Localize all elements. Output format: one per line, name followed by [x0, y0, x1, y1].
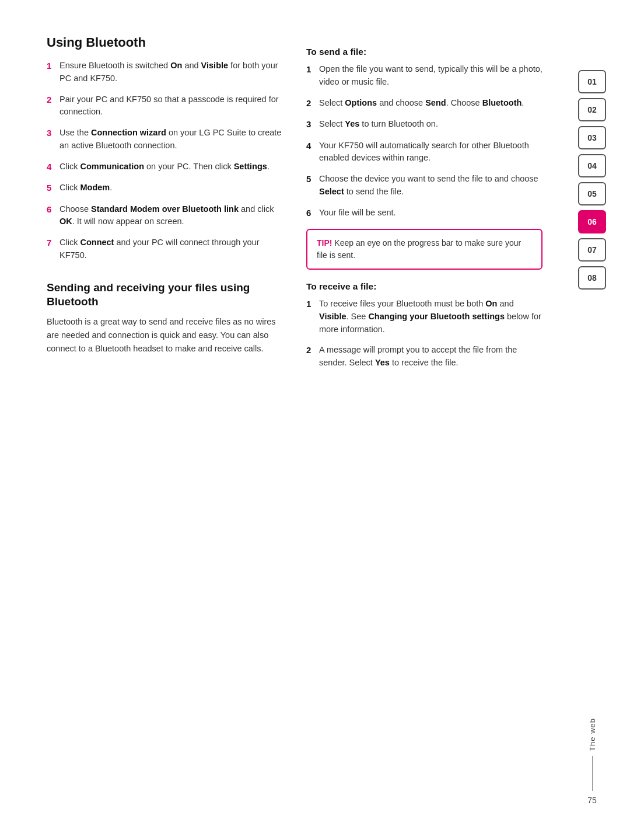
send-step-num-4: 4: [306, 140, 319, 153]
step-num-5: 5: [47, 182, 60, 195]
step-text-5: Click Modem.: [60, 182, 112, 194]
list-item: 5 Choose the device you want to send the…: [306, 173, 542, 198]
list-item: 1 Ensure Bluetooth is switched On and Vi…: [47, 60, 283, 85]
sidebar-tab-06[interactable]: 06: [578, 210, 606, 233]
list-item: 3 Select Yes to turn Bluetooth on.: [306, 118, 542, 131]
step-num-1: 1: [47, 60, 60, 73]
list-item: 4 Click Communication on your PC. Then c…: [47, 161, 283, 174]
sidebar-tab-07[interactable]: 07: [578, 238, 606, 262]
list-item: 4 Your KF750 will automatically search f…: [306, 140, 542, 165]
step-text-3: Use the Connection wizard on your LG PC …: [60, 127, 283, 152]
sidebar-line: [592, 756, 593, 791]
sidebar-tab-03-label: 03: [587, 133, 597, 142]
step-text-7: Click Connect and your PC will connect t…: [60, 236, 283, 262]
page-container: Using Bluetooth 1 Ensure Bluetooth is sw…: [0, 0, 630, 840]
list-item: 7 Click Connect and your PC will connect…: [47, 236, 283, 262]
list-item: 2 Select Options and choose Send. Choose…: [306, 97, 542, 110]
sidebar-tab-08[interactable]: 08: [578, 266, 606, 290]
receive-file-list: 1 To receive files your Bluetooth must b…: [306, 298, 542, 370]
step-num-7: 7: [47, 236, 60, 250]
list-item: 6 Your file will be sent.: [306, 207, 542, 220]
send-file-list: 1 Open the file you want to send, typica…: [306, 63, 542, 219]
sidebar-tab-03[interactable]: 03: [578, 126, 606, 149]
tip-label: TIP!: [317, 238, 332, 248]
main-content: Using Bluetooth 1 Ensure Bluetooth is sw…: [0, 0, 572, 840]
right-column: To send a file: 1 Open the file you want…: [306, 35, 542, 378]
list-item: 5 Click Modem.: [47, 182, 283, 195]
list-item: 2 A message will prompt you to accept th…: [306, 344, 542, 370]
subsection-desc-sending: Bluetooth is a great way to send and rec…: [47, 315, 283, 356]
step-num-6: 6: [47, 203, 60, 217]
send-step-num-3: 3: [306, 118, 319, 131]
step-text-6: Choose Standard Modem over Bluetooth lin…: [60, 203, 283, 229]
send-step-text-6: Your file will be sent.: [319, 207, 396, 219]
two-col-layout: Using Bluetooth 1 Ensure Bluetooth is sw…: [47, 35, 542, 378]
list-item: 1 To receive files your Bluetooth must b…: [306, 298, 542, 336]
step-text-1: Ensure Bluetooth is switched On and Visi…: [60, 60, 283, 85]
page-number: 75: [587, 796, 597, 805]
sidebar-tab-01-label: 01: [587, 77, 597, 86]
sidebar: 01 02 03 04 05 06 07 08 The web 75: [572, 0, 612, 840]
send-step-text-2: Select Options and choose Send. Choose B…: [319, 97, 524, 110]
step-text-2: Pair your PC and KF750 so that a passcod…: [60, 93, 283, 119]
sidebar-tab-05-label: 05: [587, 189, 597, 198]
sidebar-tab-02[interactable]: 02: [578, 98, 606, 121]
step-text-4: Click Communication on your PC. Then cli…: [60, 161, 270, 173]
send-step-text-1: Open the file you want to send, typicall…: [319, 63, 542, 89]
subsection-title-sending: Sending and receiving your files using B…: [47, 281, 283, 309]
sidebar-tab-08-label: 08: [587, 273, 597, 283]
send-step-text-4: Your KF750 will automatically search for…: [319, 140, 542, 165]
recv-step-num-2: 2: [306, 344, 319, 357]
section-title-bluetooth: Using Bluetooth: [47, 35, 283, 50]
send-step-num-6: 6: [306, 207, 319, 220]
recv-step-text-2: A message will prompt you to accept the …: [319, 344, 542, 370]
step-num-3: 3: [47, 127, 60, 140]
list-item: 3 Use the Connection wizard on your LG P…: [47, 127, 283, 152]
sidebar-bottom: The web 75: [572, 718, 612, 805]
step-num-2: 2: [47, 93, 60, 107]
sidebar-tab-07-label: 07: [587, 245, 597, 255]
tip-text: Keep an eye on the progress bar to make …: [317, 238, 521, 260]
left-column: Using Bluetooth 1 Ensure Bluetooth is sw…: [47, 35, 283, 378]
sidebar-tab-04-label: 04: [587, 161, 597, 170]
sidebar-tab-02-label: 02: [587, 105, 597, 114]
recv-step-text-1: To receive files your Bluetooth must be …: [319, 298, 542, 336]
send-step-text-3: Select Yes to turn Bluetooth on.: [319, 118, 438, 131]
sidebar-tab-06-label: 06: [587, 217, 597, 226]
list-item: 1 Open the file you want to send, typica…: [306, 63, 542, 89]
list-item: 6 Choose Standard Modem over Bluetooth l…: [47, 203, 283, 229]
send-step-num-2: 2: [306, 97, 319, 110]
send-step-text-5: Choose the device you want to send the f…: [319, 173, 542, 198]
list-item: 2 Pair your PC and KF750 so that a passc…: [47, 93, 283, 119]
send-step-num-1: 1: [306, 63, 319, 76]
sidebar-tab-01[interactable]: 01: [578, 70, 606, 93]
using-bluetooth-list: 1 Ensure Bluetooth is switched On and Vi…: [47, 60, 283, 262]
send-step-num-5: 5: [306, 173, 319, 186]
send-file-heading: To send a file:: [306, 47, 542, 57]
sidebar-tab-04[interactable]: 04: [578, 154, 606, 177]
sidebar-tab-05[interactable]: 05: [578, 182, 606, 205]
receive-file-heading: To receive a file:: [306, 281, 542, 292]
recv-step-num-1: 1: [306, 298, 319, 311]
step-num-4: 4: [47, 161, 60, 174]
sidebar-label: The web: [588, 718, 597, 751]
tip-box: TIP! Keep an eye on the progress bar to …: [306, 229, 542, 270]
